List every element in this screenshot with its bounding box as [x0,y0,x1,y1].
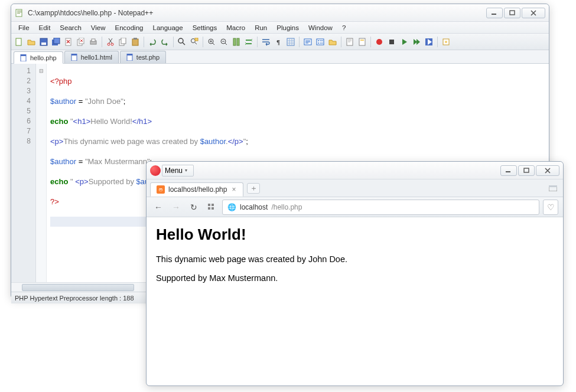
fold-column[interactable]: ⊟ [36,64,47,282]
show-all-chars-icon[interactable]: ¶ [273,37,284,47]
save-all-icon[interactable] [51,37,61,47]
browser-tab[interactable]: ෆ localhost/hello.php × [150,182,243,197]
back-button[interactable]: ← [151,200,165,214]
svg-rect-20 [132,39,138,45]
undo-icon[interactable] [147,37,158,47]
svg-rect-51 [549,185,557,187]
close-doc-icon[interactable] [63,37,74,47]
svg-rect-31 [317,39,324,45]
tab-close-icon[interactable]: × [230,185,237,194]
play-icon[interactable] [399,37,409,47]
npp-tabbar: hello.php hello1.html test.php [11,50,549,64]
tab-hello-php[interactable]: hello.php [14,51,63,64]
svg-rect-47 [127,54,132,55]
paste-icon[interactable] [130,37,141,47]
browser-menu-button[interactable]: Menu ▾ [162,165,194,177]
menu-macro[interactable]: Macro [222,23,250,32]
url-path: /hello.php [271,203,302,211]
chevron-down-icon: ▾ [185,168,187,173]
zoom-out-icon[interactable] [219,37,229,47]
forward-button[interactable]: → [169,200,183,214]
svg-rect-1 [17,11,22,11]
svg-rect-29 [287,38,294,45]
speed-dial-button[interactable] [204,200,219,214]
bookmark-button[interactable]: ♡ [543,200,558,215]
svg-rect-53 [211,204,214,206]
svg-rect-8 [41,43,46,45]
wordwrap-icon[interactable] [261,37,271,47]
menu-edit[interactable]: Edit [34,23,56,32]
menu-view[interactable]: View [86,23,110,32]
record-icon[interactable] [374,37,385,47]
tab-hello1-html[interactable]: hello1.html [64,51,119,63]
svg-rect-19 [121,38,126,44]
tab-panel-icon[interactable] [546,183,559,194]
npp-app-icon [15,8,24,18]
lang-icon[interactable] [302,37,313,47]
menu-search[interactable]: Search [55,23,86,32]
svg-rect-6 [16,38,21,45]
minimize-button[interactable] [500,165,517,176]
menu-help[interactable]: ? [337,23,350,32]
folder-icon[interactable] [327,37,338,47]
save-macro-icon[interactable] [424,37,434,47]
menu-settings[interactable]: Settings [188,23,222,32]
replace-icon[interactable] [189,37,200,47]
svg-point-33 [318,43,319,44]
menu-run[interactable]: Run [250,23,272,32]
close-all-icon[interactable] [76,37,86,47]
svg-rect-43 [21,54,26,56]
npp-menubar: File Edit Search View Encoding Language … [11,22,549,34]
doc-list-icon[interactable] [357,37,367,47]
svg-point-41 [445,41,447,43]
menu-file[interactable]: File [14,23,34,32]
globe-icon: 🌐 [227,203,236,211]
browser-titlebar[interactable]: Menu ▾ [147,162,563,179]
npp-titlebar[interactable]: C:\xampp\htdocs\hello.php - Notepad++ [11,4,549,22]
reload-button[interactable]: ↻ [187,200,201,214]
doc-map-icon[interactable] [344,37,355,47]
sync-v-icon[interactable] [231,37,242,47]
new-tab-button[interactable]: ＋ [247,183,260,194]
svg-rect-54 [208,207,210,210]
stop-icon[interactable] [386,37,397,47]
svg-rect-28 [237,38,239,45]
open-icon[interactable] [26,37,37,47]
svg-rect-2 [17,12,22,12]
zoom-in-icon[interactable] [206,37,217,47]
indent-guide-icon[interactable] [285,37,296,47]
svg-rect-27 [233,38,236,45]
menu-encoding[interactable]: Encoding [110,23,148,32]
npp-title-text: C:\xampp\htdocs\hello.php - Notepad++ [28,9,486,17]
browser-tab-label: localhost/hello.php [168,185,227,194]
new-icon[interactable] [14,37,24,47]
find-icon[interactable] [177,37,187,47]
copy-icon[interactable] [118,37,128,47]
address-input[interactable]: 🌐 localhost/hello.php [222,200,539,215]
menu-plugins[interactable]: Plugins [272,23,304,32]
redo-icon[interactable] [160,37,170,47]
cut-icon[interactable] [105,37,116,47]
svg-rect-24 [195,38,198,41]
svg-rect-10 [54,38,60,44]
play-multi-icon[interactable] [411,37,422,47]
tab-label: hello1.html [81,54,112,61]
close-button[interactable] [536,165,559,176]
menu-language[interactable]: Language [148,23,187,32]
svg-rect-45 [71,54,77,55]
func-list-icon[interactable] [315,37,326,47]
maximize-button[interactable] [518,165,535,176]
file-icon [20,54,27,61]
minimize-button[interactable] [486,8,503,18]
line-gutter: 12345678 [11,64,36,282]
print-icon[interactable] [88,37,99,47]
close-button[interactable] [522,8,545,18]
scroll-thumb[interactable] [22,284,134,291]
page-paragraph-1: This dynamic web page was created by Joh… [156,254,554,264]
tab-test-php[interactable]: test.php [120,51,166,63]
monitoring-icon[interactable] [441,37,451,47]
maximize-button[interactable] [504,8,520,18]
save-icon[interactable] [38,37,49,47]
menu-window[interactable]: Window [304,23,337,32]
sync-h-icon[interactable] [243,37,254,47]
